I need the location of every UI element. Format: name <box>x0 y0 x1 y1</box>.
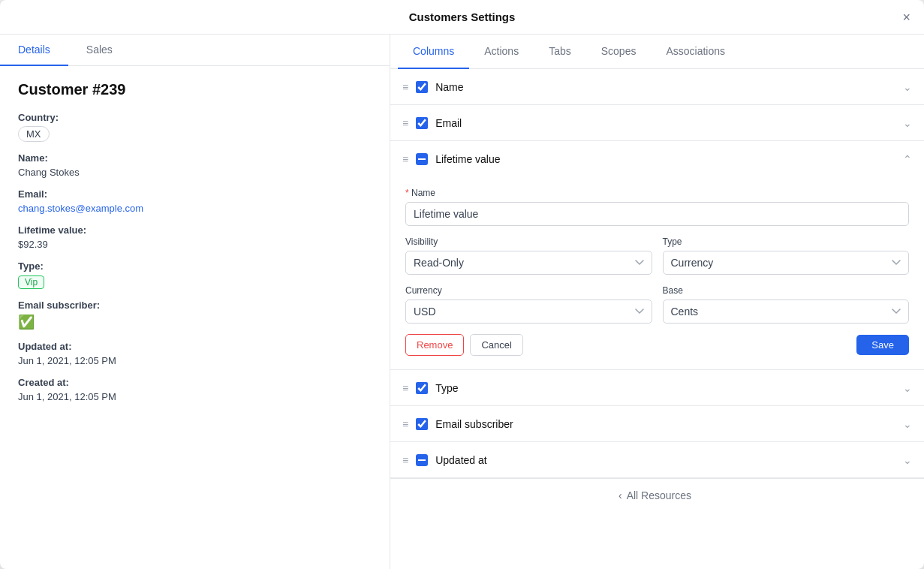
subscriber-label: Email subscriber: <box>18 300 372 311</box>
form-input-name[interactable] <box>405 202 909 226</box>
email-value[interactable]: chang.stokes@example.com <box>18 203 372 214</box>
column-row-email-subscriber: ≡ Email subscriber ⌄ <box>390 406 924 442</box>
modal: Customers Settings × Details Sales Custo… <box>0 0 924 569</box>
chevron-lifetime[interactable]: ⌃ <box>903 153 912 165</box>
col-label-name: Name <box>435 81 903 93</box>
form-actions-left: Remove Cancel <box>405 334 523 356</box>
right-tabs: Columns Actions Tabs Scopes Associations <box>390 35 924 69</box>
name-value: Chang Stokes <box>18 167 372 178</box>
all-resources-link[interactable]: ‹ All Resources <box>390 478 924 512</box>
created-value: Jun 1, 2021, 12:05 PM <box>18 391 372 402</box>
chevron-email-subscriber[interactable]: ⌄ <box>903 418 912 430</box>
column-row-updated-at: ≡ Updated at ⌄ <box>390 442 924 478</box>
chevron-name[interactable]: ⌄ <box>903 81 912 93</box>
tab-details[interactable]: Details <box>0 35 68 66</box>
left-tabs: Details Sales <box>0 35 390 66</box>
tab-columns[interactable]: Columns <box>398 35 469 69</box>
form-col-currency: Currency USD EUR GBP <box>405 285 652 324</box>
name-label: Name: <box>18 152 372 164</box>
tab-associations[interactable]: Associations <box>651 35 740 69</box>
drag-handle-name[interactable]: ≡ <box>402 81 408 93</box>
form-select-base[interactable]: Cents Dollars <box>663 300 910 324</box>
form-col-base: Base Cents Dollars <box>663 285 910 324</box>
close-button[interactable]: × <box>902 11 910 24</box>
col-label-type: Type <box>435 382 903 394</box>
form-col-type: Type Currency Text Number Date <box>663 236 910 275</box>
checkbox-updated-at[interactable] <box>416 454 428 466</box>
checkbox-lifetime[interactable] <box>416 153 428 165</box>
chevron-updated-at[interactable]: ⌄ <box>903 454 912 466</box>
col-label-lifetime: Lifetime value <box>435 153 903 165</box>
form-grid-visibility-type: Visibility Read-Only Editable Hidden Typ… <box>405 236 909 275</box>
remove-button[interactable]: Remove <box>405 334 464 356</box>
type-badge: Vip <box>18 275 44 289</box>
updated-value: Jun 1, 2021, 12:05 PM <box>18 355 372 366</box>
check-icon: ✅ <box>18 315 35 330</box>
form-actions: Remove Cancel Save <box>405 334 909 356</box>
column-row-name: ≡ Name ⌄ <box>390 69 924 105</box>
tab-scopes[interactable]: Scopes <box>586 35 652 69</box>
column-row-email: ≡ Email ⌄ <box>390 105 924 141</box>
form-select-currency[interactable]: USD EUR GBP <box>405 300 652 324</box>
form-grid-currency-base: Currency USD EUR GBP Base Cents <box>405 285 909 324</box>
form-label-type: Type <box>663 236 910 247</box>
right-content: ≡ Name ⌄ ≡ Email ⌄ ≡ Lif <box>390 69 924 569</box>
col-label-email: Email <box>435 117 903 129</box>
checkbox-type[interactable] <box>416 382 428 394</box>
drag-handle-updated-at[interactable]: ≡ <box>402 454 408 466</box>
form-label-currency: Currency <box>405 285 652 296</box>
modal-header: Customers Settings × <box>0 0 924 35</box>
checkbox-email[interactable] <box>416 117 428 129</box>
chevron-email[interactable]: ⌄ <box>903 117 912 129</box>
lifetime-value: $92.39 <box>18 239 372 250</box>
col-row-header-lifetime: ≡ Lifetime value ⌃ <box>390 141 924 177</box>
created-label: Created at: <box>18 377 372 388</box>
column-row-lifetime: ≡ Lifetime value ⌃ Name Visib <box>390 141 924 370</box>
left-panel: Details Sales Customer #239 Country: MX … <box>0 35 390 569</box>
form-label-visibility: Visibility <box>405 236 652 247</box>
all-resources-label: All Resources <box>627 489 691 501</box>
modal-title: Customers Settings <box>409 11 516 23</box>
col-label-email-subscriber: Email subscriber <box>435 418 903 430</box>
cancel-button[interactable]: Cancel <box>470 334 522 356</box>
drag-handle-email-subscriber[interactable]: ≡ <box>402 418 408 430</box>
form-col-visibility: Visibility Read-Only Editable Hidden <box>405 236 652 275</box>
left-content: Customer #239 Country: MX Name: Chang St… <box>0 66 390 428</box>
save-button[interactable]: Save <box>856 335 909 355</box>
customer-title: Customer #239 <box>18 81 372 98</box>
checkbox-name[interactable] <box>416 81 428 93</box>
modal-body: Details Sales Customer #239 Country: MX … <box>0 35 924 569</box>
column-row-type: ≡ Type ⌄ <box>390 370 924 406</box>
tab-actions[interactable]: Actions <box>469 35 534 69</box>
chevron-type[interactable]: ⌄ <box>903 382 912 394</box>
form-label-base: Base <box>663 285 910 296</box>
drag-handle-type[interactable]: ≡ <box>402 382 408 394</box>
drag-handle-lifetime[interactable]: ≡ <box>402 153 408 165</box>
email-label: Email: <box>18 188 372 200</box>
country-badge: MX <box>18 126 50 142</box>
drag-handle-email[interactable]: ≡ <box>402 117 408 129</box>
form-label-name: Name <box>405 188 909 198</box>
form-select-visibility[interactable]: Read-Only Editable Hidden <box>405 251 652 275</box>
form-select-type[interactable]: Currency Text Number Date <box>663 251 910 275</box>
tab-tabs[interactable]: Tabs <box>534 35 586 69</box>
form-row-name: Name <box>405 188 909 226</box>
right-panel: Columns Actions Tabs Scopes Associations… <box>390 35 924 569</box>
type-label: Type: <box>18 260 372 272</box>
col-label-updated-at: Updated at <box>435 454 903 466</box>
expanded-form-lifetime: Name Visibility Read-Only Editable Hidde… <box>390 177 924 369</box>
subscriber-check: ✅ <box>18 314 372 330</box>
tab-sales[interactable]: Sales <box>68 35 131 66</box>
checkbox-email-subscriber[interactable] <box>416 418 428 430</box>
chevron-left-icon: ‹ <box>619 489 622 501</box>
updated-label: Updated at: <box>18 341 372 352</box>
type-badge-wrapper: Vip <box>18 275 372 289</box>
country-label: Country: <box>18 112 372 123</box>
lifetime-label: Lifetime value: <box>18 224 372 236</box>
